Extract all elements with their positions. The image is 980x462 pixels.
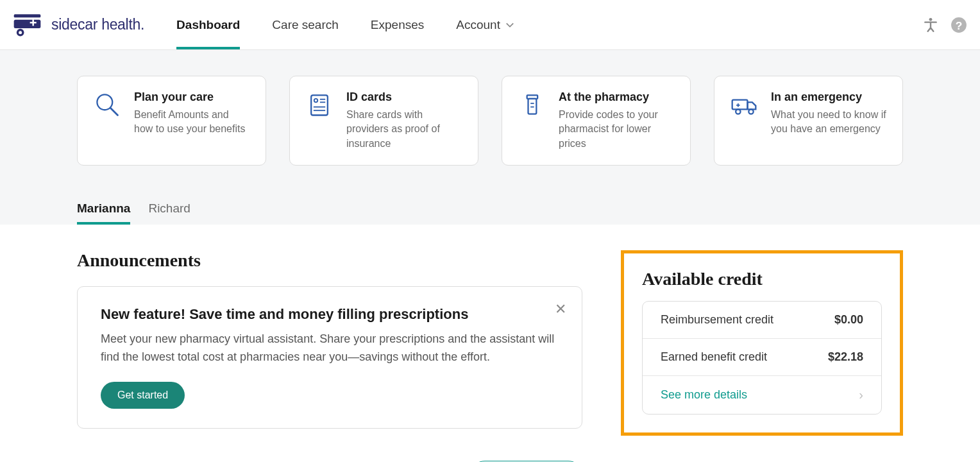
svg-point-23 (748, 109, 753, 114)
svg-line-10 (111, 108, 118, 116)
magnifier-icon (93, 90, 121, 119)
credit-card: Reimbursement credit $0.00 Earned benefi… (642, 301, 882, 415)
accessibility-icon[interactable] (922, 17, 939, 33)
nav-account[interactable]: Account (456, 0, 514, 49)
person-tabs: Marianna Richard (77, 198, 980, 225)
card-desc: What you need to know if you have an eme… (771, 108, 887, 137)
ambulance-icon (730, 90, 758, 119)
reimbursement-label: Reimbursement credit (661, 313, 773, 327)
main-nav: Dashboard Care search Expenses Account (176, 0, 514, 49)
svg-point-3 (19, 31, 22, 34)
available-credit-heading: Available credit (642, 269, 882, 289)
help-icon[interactable]: ? (950, 17, 967, 33)
quick-cards-row: Plan your care Benefit Amounts and how t… (77, 76, 903, 198)
svg-point-6 (929, 17, 933, 21)
svg-point-12 (314, 99, 318, 103)
card-pharmacy[interactable]: At the pharmacy Provide codes to your ph… (502, 76, 691, 166)
earned-credit-row: Earned benefit credit $22.18 (643, 339, 881, 376)
topsection: Plan your care Benefit Amounts and how t… (0, 50, 980, 225)
main-body: Announcements ✕ New feature! Save time a… (77, 250, 903, 462)
card-desc: Provide codes to your pharmacist for low… (559, 108, 675, 151)
right-column: Available credit Reimbursement credit $0… (621, 250, 903, 462)
svg-rect-11 (311, 95, 328, 115)
card-title: In an emergency (771, 90, 887, 104)
chevron-down-icon (505, 21, 514, 30)
card-id-cards[interactable]: ID cards Share cards with providers as p… (289, 76, 478, 166)
svg-rect-1 (14, 19, 41, 28)
see-more-details-label: See more details (661, 388, 747, 402)
announcement-title: New feature! Save time and money filling… (101, 306, 559, 323)
see-more-details-link[interactable]: See more details › (643, 376, 881, 414)
nav-dashboard[interactable]: Dashboard (176, 0, 240, 49)
card-desc: Benefit Amounts and how to use your bene… (134, 108, 250, 137)
card-emergency[interactable]: In an emergency What you need to know if… (714, 76, 903, 166)
brand-logo[interactable]: sidecar health. (13, 13, 144, 37)
nav-expenses[interactable]: Expenses (371, 0, 424, 49)
announcements-heading: Announcements (77, 250, 582, 271)
announcement-body: Meet your new pharmacy virtual assistant… (101, 330, 559, 366)
card-title: Plan your care (134, 90, 250, 104)
pill-bottle-icon (518, 90, 546, 119)
tab-richard[interactable]: Richard (148, 198, 190, 225)
available-credit-highlight: Available credit Reimbursement credit $0… (621, 250, 903, 436)
nav-care-search[interactable]: Care search (272, 0, 339, 49)
brand-name: sidecar health. (51, 16, 144, 33)
svg-rect-0 (14, 14, 41, 17)
left-column: Announcements ✕ New feature! Save time a… (77, 250, 582, 462)
reimbursement-row: Reimbursement credit $0.00 (643, 302, 881, 339)
card-title: At the pharmacy (559, 90, 675, 104)
tab-marianna[interactable]: Marianna (77, 198, 130, 225)
svg-text:?: ? (956, 19, 963, 31)
get-started-button[interactable]: Get started (101, 382, 185, 409)
card-plan-your-care[interactable]: Plan your care Benefit Amounts and how t… (77, 76, 266, 166)
sidecar-logo-icon (13, 13, 45, 37)
chevron-right-icon: › (859, 388, 863, 402)
header-right: ? (922, 17, 967, 33)
earned-credit-value: $22.18 (828, 350, 863, 364)
earned-credit-label: Earned benefit credit (661, 350, 767, 364)
close-icon[interactable]: ✕ (555, 302, 566, 316)
id-card-icon (305, 90, 334, 119)
card-title: ID cards (346, 90, 462, 104)
svg-rect-5 (32, 19, 34, 26)
svg-point-22 (736, 109, 740, 114)
announcement-card: ✕ New feature! Save time and money filli… (77, 286, 582, 429)
top-header: sidecar health. Dashboard Care search Ex… (0, 0, 980, 50)
card-desc: Share cards with providers as proof of i… (346, 108, 462, 151)
reimbursement-value: $0.00 (834, 313, 863, 327)
